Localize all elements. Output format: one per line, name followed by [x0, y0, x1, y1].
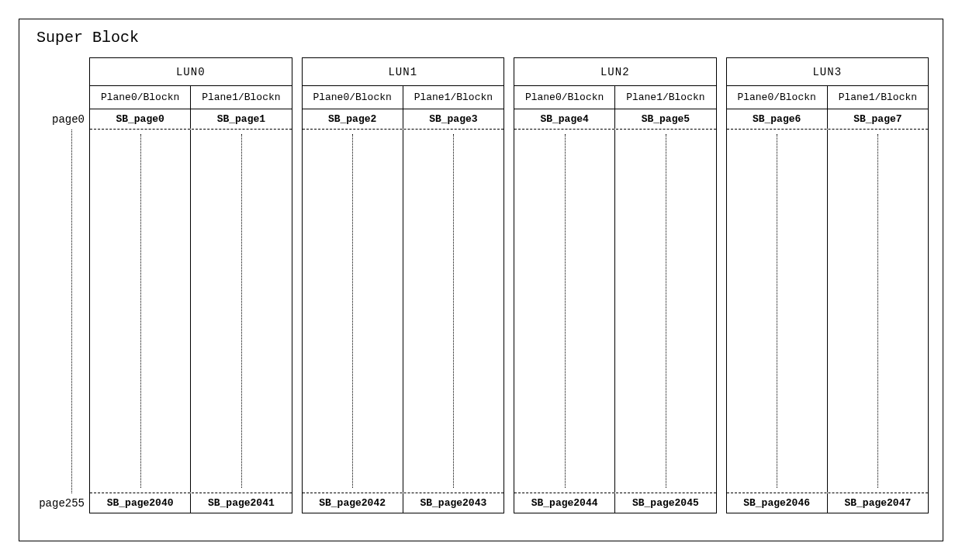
vertical-dots-icon [140, 134, 141, 488]
lun-header: LUN2 [514, 58, 716, 86]
vertical-dots-icon [877, 134, 878, 488]
sb-page-cell: SB_page2044 [514, 493, 615, 513]
sb-page-cell: SB_page0 [90, 109, 191, 129]
page-row-ellipsis [514, 130, 716, 493]
sb-page-cell: SB_page2 [303, 109, 403, 129]
plane-header: Plane1/Blockn [615, 86, 715, 109]
page-row-last: SB_page2046 SB_page2047 [727, 493, 929, 513]
plane-headers: Plane0/Blockn Plane1/Blockn [727, 86, 929, 109]
lun-2: LUN2 Plane0/Blockn Plane1/Blockn SB_page… [514, 57, 717, 513]
lun-3: LUN3 Plane0/Blockn Plane1/Blockn SB_page… [726, 57, 929, 513]
plane-header: Plane1/Blockn [828, 86, 928, 109]
row-labels: page0 page255 [33, 57, 89, 513]
plane-header: Plane0/Blockn [90, 86, 191, 109]
sb-page-cell: SB_page2043 [403, 493, 503, 513]
sb-page-cell: SB_page4 [514, 109, 615, 129]
super-block-frame: Super Block page0 page255 LUN0 Plane0/Bl… [19, 19, 943, 541]
sb-page-cell: SB_page1 [191, 109, 291, 129]
plane-headers: Plane0/Blockn Plane1/Blockn [303, 86, 504, 109]
sb-page-cell: SB_page2045 [615, 493, 715, 513]
plane-header: Plane1/Blockn [191, 86, 291, 109]
lun-header: LUN0 [90, 58, 292, 86]
lun-header: LUN1 [303, 58, 504, 86]
sb-page-cell: SB_page2046 [727, 493, 828, 513]
vertical-dots-icon [777, 134, 777, 488]
plane-headers: Plane0/Blockn Plane1/Blockn [90, 86, 292, 109]
plane-header: Plane0/Blockn [303, 86, 403, 109]
row-label-first: page0 [33, 109, 89, 130]
vertical-dots-icon [666, 134, 666, 488]
plane-header: Plane0/Blockn [514, 86, 615, 109]
sb-page-cell: SB_page2042 [303, 493, 403, 513]
sb-page-cell: SB_page5 [615, 109, 715, 129]
lun-0: LUN0 Plane0/Blockn Plane1/Blockn SB_page… [89, 57, 292, 513]
page-row-ellipsis [727, 130, 929, 493]
sb-page-cell: SB_page2047 [828, 493, 928, 513]
sb-page-cell: SB_page6 [727, 109, 828, 129]
page-row-last: SB_page2044 SB_page2045 [514, 493, 716, 513]
lun-container: LUN0 Plane0/Blockn Plane1/Blockn SB_page… [89, 57, 929, 513]
sb-page-cell: SB_page7 [828, 109, 928, 129]
diagram-title: Super Block [36, 29, 929, 47]
sb-page-cell: SB_page2040 [90, 493, 191, 513]
row-label-ellipsis [33, 130, 89, 493]
vertical-dots-icon [453, 134, 454, 488]
page-row-first: SB_page4 SB_page5 [514, 109, 716, 130]
page-row-last: SB_page2042 SB_page2043 [303, 493, 504, 513]
vertical-dots-icon [352, 134, 353, 488]
sb-page-cell: SB_page3 [403, 109, 503, 129]
lun-header: LUN3 [727, 58, 929, 86]
page-row-ellipsis [303, 130, 504, 493]
page-row-last: SB_page2040 SB_page2041 [90, 493, 292, 513]
plane-header: Plane1/Blockn [403, 86, 503, 109]
page-row-first: SB_page2 SB_page3 [303, 109, 504, 130]
row-label-last: page255 [33, 493, 89, 513]
vertical-dots-icon [71, 130, 72, 493]
plane-headers: Plane0/Blockn Plane1/Blockn [514, 86, 716, 109]
lun-1: LUN1 Plane0/Blockn Plane1/Blockn SB_page… [302, 57, 505, 513]
diagram-content: page0 page255 LUN0 Plane0/Blockn Plane1/… [33, 57, 929, 513]
page-row-ellipsis [90, 130, 292, 493]
page-row-first: SB_page0 SB_page1 [90, 109, 292, 130]
sb-page-cell: SB_page2041 [191, 493, 291, 513]
plane-header: Plane0/Blockn [727, 86, 828, 109]
vertical-dots-icon [241, 134, 242, 488]
vertical-dots-icon [565, 134, 566, 488]
page-row-first: SB_page6 SB_page7 [727, 109, 929, 130]
